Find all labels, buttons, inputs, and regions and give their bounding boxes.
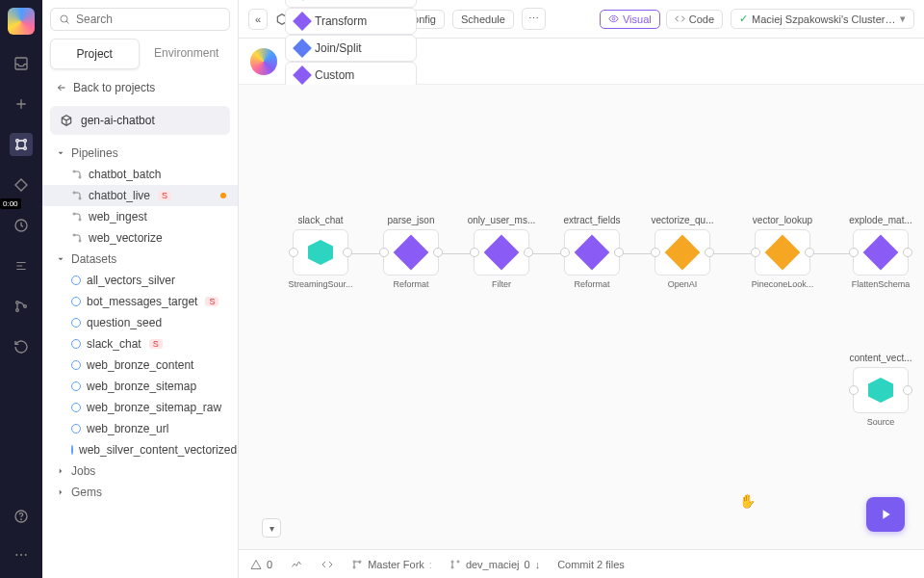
rail-pipeline-icon[interactable] bbox=[10, 133, 33, 156]
branch-main[interactable]: Master Fork : bbox=[351, 559, 432, 570]
tree: Pipelines chatbot_batchchatbot_liveSweb_… bbox=[42, 135, 238, 578]
chevron-down-icon bbox=[56, 254, 65, 264]
node-title: explode_mat... bbox=[849, 215, 912, 225]
node-type: Filter bbox=[492, 279, 511, 289]
node-type: StreamingSour... bbox=[288, 279, 352, 289]
group-pipelines[interactable]: Pipelines bbox=[42, 143, 238, 164]
tool-transform[interactable]: Transform bbox=[285, 8, 417, 35]
terminal-icon[interactable] bbox=[321, 559, 334, 570]
node-box[interactable] bbox=[383, 229, 439, 276]
node-box[interactable] bbox=[293, 229, 348, 276]
node-box[interactable] bbox=[853, 367, 909, 413]
svg-point-11 bbox=[15, 554, 17, 556]
rail-more-icon[interactable] bbox=[10, 543, 33, 566]
svg-point-12 bbox=[20, 554, 22, 556]
dataset-item[interactable]: web_silver_content_vectorized bbox=[42, 439, 238, 460]
tab-project[interactable]: Project bbox=[50, 39, 140, 69]
node[interactable]: vectorize_qu...OpenAI bbox=[639, 215, 726, 289]
node-box[interactable] bbox=[755, 229, 810, 276]
more-button[interactable]: ⋯ bbox=[522, 8, 546, 30]
group-gems[interactable]: Gems bbox=[42, 482, 238, 503]
node-box[interactable] bbox=[474, 229, 529, 276]
node[interactable]: only_user_ms...Filter bbox=[458, 215, 545, 289]
rail-clock-icon[interactable] bbox=[10, 214, 33, 237]
schedule-button[interactable]: Schedule bbox=[452, 10, 514, 29]
pipeline-icon bbox=[71, 169, 83, 180]
item-label: web_ingest bbox=[89, 210, 147, 223]
dataset-icon bbox=[71, 276, 81, 285]
node[interactable]: slack_chatStreamingSour... bbox=[277, 215, 364, 289]
diamond-icon bbox=[293, 12, 312, 31]
back-to-projects[interactable]: Back to projects bbox=[42, 69, 238, 106]
run-button[interactable] bbox=[866, 497, 905, 532]
pipeline-item[interactable]: chatbot_liveS bbox=[42, 185, 238, 206]
group-datasets[interactable]: Datasets bbox=[42, 249, 238, 270]
metrics-icon[interactable] bbox=[290, 559, 303, 570]
item-label: bot_messages_target bbox=[87, 295, 197, 308]
pipeline-icon bbox=[71, 211, 83, 223]
dataset-item[interactable]: slack_chatS bbox=[42, 333, 238, 355]
dataset-icon bbox=[71, 381, 81, 391]
pipeline-item[interactable]: chatbot_batch bbox=[42, 164, 238, 185]
node[interactable]: explode_mat...FlattenSchema bbox=[837, 215, 924, 289]
node-title: content_vect... bbox=[849, 353, 911, 363]
svg-point-29 bbox=[451, 561, 453, 563]
node-box[interactable] bbox=[654, 229, 710, 276]
dataset-item[interactable]: web_bronze_sitemap_raw bbox=[42, 397, 238, 418]
play-icon bbox=[878, 507, 893, 522]
node[interactable]: extract_fieldsReformat bbox=[549, 215, 635, 289]
dataset-item[interactable]: question_seed bbox=[42, 312, 238, 333]
search-input[interactable] bbox=[76, 13, 221, 26]
node[interactable]: content_vect...Source bbox=[837, 353, 924, 427]
canvas[interactable]: slack_chatStreamingSour...parse_jsonRefo… bbox=[239, 85, 924, 549]
node-toolbar: Source/TargetTransformJoin/SplitCustomMa… bbox=[239, 39, 924, 85]
rail-text-icon[interactable] bbox=[10, 254, 33, 277]
rail-inbox-icon[interactable] bbox=[10, 52, 33, 75]
dataset-item[interactable]: web_bronze_content bbox=[42, 355, 238, 376]
project-chip[interactable]: gen-ai-chatbot bbox=[50, 106, 230, 135]
tool-source-target[interactable]: Source/Target bbox=[285, 0, 417, 8]
dataset-icon bbox=[71, 297, 81, 306]
panel-toggle[interactable]: ▾ bbox=[262, 518, 281, 538]
group-jobs[interactable]: Jobs bbox=[42, 460, 238, 482]
gems-label: Gems bbox=[71, 486, 102, 499]
tool-join-split[interactable]: Join/Split bbox=[285, 35, 417, 62]
svg-point-7 bbox=[16, 309, 19, 312]
item-label: web_bronze_sitemap bbox=[87, 380, 196, 393]
sidebar: Project Environment Back to projects gen… bbox=[42, 0, 239, 578]
sidebar-tabs: Project Environment bbox=[42, 39, 238, 69]
search-box[interactable] bbox=[50, 8, 230, 31]
cluster-selector[interactable]: ✓ Maciej Szpakowski's Cluster (… ▾ bbox=[731, 9, 914, 29]
collapse-button[interactable]: « bbox=[248, 9, 268, 30]
dataset-item[interactable]: bot_messages_targetS bbox=[42, 291, 238, 312]
node[interactable]: parse_jsonReformat bbox=[368, 215, 454, 289]
pipeline-item[interactable]: web_ingest bbox=[42, 206, 238, 227]
visual-toggle[interactable]: Visual bbox=[600, 10, 660, 29]
diamond-icon bbox=[484, 235, 520, 271]
node-box[interactable] bbox=[853, 229, 909, 276]
warnings[interactable]: 0 bbox=[250, 559, 272, 570]
dataset-item[interactable]: all_vectors_silver bbox=[42, 270, 238, 291]
pipeline-item[interactable]: web_vectorize bbox=[42, 227, 238, 249]
chevron-down-icon bbox=[56, 148, 65, 158]
node[interactable]: vector_lookupPineconeLook... bbox=[739, 215, 826, 289]
svg-point-17 bbox=[73, 192, 75, 194]
toolbar-logo[interactable] bbox=[250, 48, 277, 75]
tab-environment[interactable]: Environment bbox=[143, 39, 231, 69]
rail-add-icon[interactable] bbox=[10, 92, 33, 116]
node-title: vector_lookup bbox=[753, 215, 812, 225]
rail-help-icon[interactable] bbox=[10, 505, 33, 528]
commit-button[interactable]: Commit 2 files bbox=[557, 559, 625, 570]
dataset-item[interactable]: web_bronze_sitemap bbox=[42, 376, 238, 397]
code-toggle[interactable]: Code bbox=[666, 10, 723, 29]
git-branch-icon bbox=[351, 559, 363, 570]
branch-dev[interactable]: dev_maciej 0 ↓ bbox=[449, 559, 540, 570]
rail-branch-icon[interactable] bbox=[10, 295, 33, 318]
rail-history-icon[interactable] bbox=[10, 335, 33, 358]
rail-diamond-icon[interactable] bbox=[10, 173, 33, 197]
item-label: web_vectorize bbox=[89, 231, 163, 245]
dataset-item[interactable]: web_bronze_url bbox=[42, 418, 238, 439]
node-box[interactable] bbox=[564, 229, 620, 276]
project-name: gen-ai-chatbot bbox=[81, 114, 155, 127]
app-logo[interactable] bbox=[8, 8, 35, 35]
